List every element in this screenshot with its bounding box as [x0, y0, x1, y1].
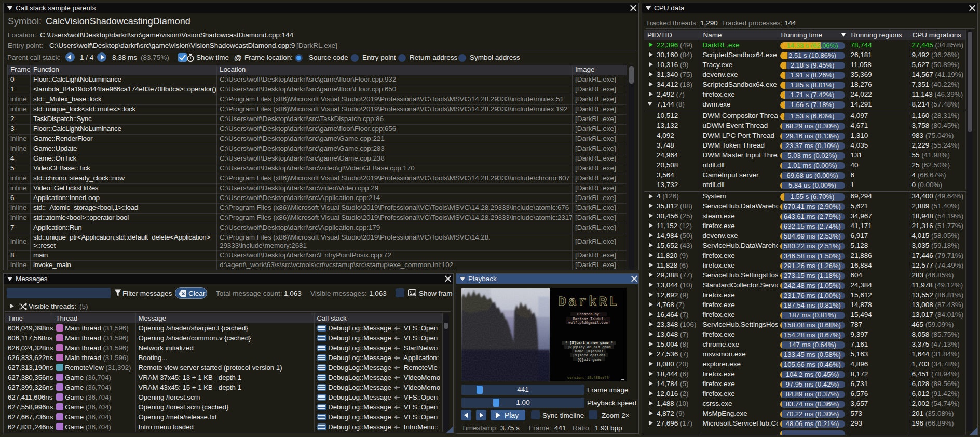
svg-text:Created by: Created by: [577, 312, 600, 316]
svg-text:[R]eplay an old game: [R]eplay an old game: [567, 345, 611, 349]
svg-text:[Q]uit game: [Q]uit game: [577, 357, 601, 362]
svg-text:wolf.pld@gmail.com: wolf.pld@gmail.com: [568, 321, 608, 325]
svg-text:version: 15c455ee76: version: 15c455ee76: [567, 376, 609, 380]
svg-text:DarkRL: DarkRL: [558, 294, 619, 310]
svg-text:[V]ideo options: [V]ideo options: [573, 353, 605, 357]
svg-text:* [S]tart a new game *: * [S]tart a new game *: [565, 341, 613, 345]
